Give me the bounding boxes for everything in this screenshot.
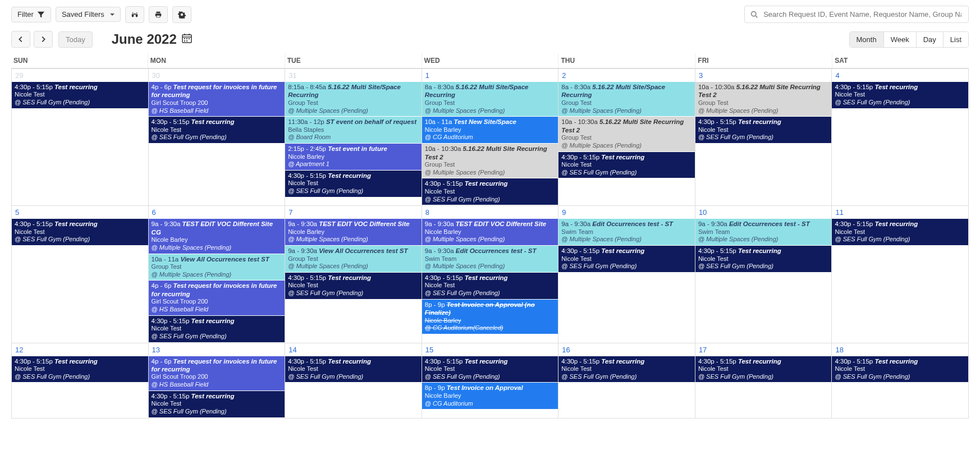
calendar-event[interactable]: 4:30p - 5:15p Test recurringNicole Test@… — [832, 219, 968, 245]
calendar-day[interactable]: 310a - 10:30a 5.16.22 Multi Site Recurri… — [695, 69, 832, 205]
view-week[interactable]: Week — [883, 32, 916, 47]
calendar-event[interactable]: 9a - 9:30a Edit Occurrences test - STSwi… — [695, 219, 832, 245]
settings-button[interactable] — [172, 6, 191, 23]
event-time: 9a - 9:30a — [425, 220, 454, 227]
calendar-event[interactable]: 10a - 10:30a 5.16.22 Multi Site Recurrin… — [558, 117, 695, 151]
calendar-event[interactable]: 4:30p - 5:15p Test recurringNicole Test@… — [832, 82, 968, 108]
calendar-day[interactable]: 174:30p - 5:15p Test recurringNicole Tes… — [695, 343, 832, 418]
event-group: Nicole Test — [425, 365, 556, 373]
calendar-event[interactable]: 4p - 6p Test request for invoices in fut… — [149, 356, 285, 390]
calendar-event[interactable]: 4:30p - 5:15p Test recurringNicole Test@… — [422, 178, 558, 205]
calendar-day[interactable]: 69a - 9:30a TEST EDIT VOC Different Site… — [149, 206, 286, 342]
calendar-event[interactable]: 4:30p - 5:15p Test recurringNicole Test@… — [12, 82, 148, 108]
filter-button[interactable]: Filter — [11, 7, 51, 22]
calendar-day[interactable]: 79a - 9:30a TEST EDIT VOC Different Site… — [285, 206, 422, 342]
event-location: @ Multiple Spaces (Pending) — [288, 236, 419, 243]
day-header-tue: TUE — [285, 53, 422, 68]
event-time: 4:30p - 5:15p — [152, 393, 190, 399]
event-time: 10a - 10:30a — [698, 84, 735, 90]
event-location: @ SES Full Gym (Pending) — [288, 289, 419, 297]
search-input[interactable] — [762, 10, 963, 19]
calendar-day[interactable]: 109a - 9:30a Edit Occurrences test - STS… — [695, 206, 832, 342]
calendar-day[interactable]: 28a - 8:30a 5.16.22 Multi Site/Space Rec… — [558, 69, 695, 205]
calendar-day[interactable]: 18a - 8:30a 5.16.22 Multi Site/Space Rec… — [422, 69, 559, 205]
calendar-event[interactable]: 8a - 8:30a 5.16.22 Multi Site/Space Recu… — [422, 82, 558, 116]
calendar-event[interactable]: 4:30p - 5:15p Test recurringNicole Test@… — [285, 356, 422, 383]
calendar-day[interactable]: 54:30p - 5:15p Test recurringNicole Test… — [12, 206, 149, 342]
calendar-event[interactable]: 4:30p - 5:15p Test recurringNicole Test@… — [558, 356, 695, 383]
calendar-week: 54:30p - 5:15p Test recurringNicole Test… — [12, 205, 968, 342]
calendar-event[interactable]: 9a - 9:30a TEST EDIT VOC Different Site … — [149, 219, 285, 253]
event-title: Test recurring — [874, 220, 918, 227]
calendar-day[interactable]: 318:15a - 8:45a 5.16.22 Multi Site/Space… — [285, 69, 422, 205]
calendar-event[interactable]: 10a - 11a Test New Site/SpaceNicole Barl… — [422, 117, 558, 143]
calendar-event[interactable]: 9a - 9:30a Edit Occurrences test - STSwi… — [558, 219, 695, 245]
calendar-event[interactable]: 4:30p - 5:15p Test recurringNicole Test@… — [12, 356, 148, 383]
event-time: 9a - 9:30a — [698, 220, 727, 227]
calendar-event[interactable]: 11:30a - 12p ST event on behalf of reque… — [285, 117, 422, 143]
calendar-event[interactable]: 4:30p - 5:15p Test recurringNicole Test@… — [558, 152, 695, 178]
calendar-event[interactable]: 8p - 9p Test Invoice on ApprovalNicole B… — [422, 383, 558, 409]
calendar-event[interactable]: 4:30p - 5:15p Test recurringNicole Test@… — [285, 171, 422, 197]
calendar-day[interactable]: 44:30p - 5:15p Test recurringNicole Test… — [832, 69, 968, 205]
calendar-event[interactable]: 8p - 9p Test Invoice on Approval (no Fin… — [422, 300, 558, 334]
binoculars-button[interactable] — [125, 6, 144, 23]
calendar-day[interactable]: 144:30p - 5:15p Test recurringNicole Tes… — [285, 343, 422, 418]
event-title: Test recurring — [601, 154, 644, 160]
gear-icon — [178, 11, 186, 19]
calendar-event[interactable]: 4:30p - 5:15p Test recurringNicole Test@… — [695, 246, 832, 272]
view-list[interactable]: List — [943, 32, 968, 47]
event-time: 4:30p - 5:15p — [288, 274, 326, 281]
calendar-event[interactable]: 9a - 9:30a TEST EDIT VOC Different SiteN… — [422, 219, 558, 245]
day-header-fri: FRI — [695, 53, 832, 68]
calendar-event[interactable]: 4:30p - 5:15p Test recurringNicole Test@… — [149, 316, 285, 342]
calendar-event[interactable]: 9a - 9:30a TEST EDIT VOC Different SiteN… — [285, 219, 422, 245]
event-location: @ SES Full Gym (Pending) — [15, 99, 145, 107]
print-button[interactable] — [149, 6, 168, 23]
calendar-event[interactable]: 8:15a - 8:45a 5.16.22 Multi Site/Space R… — [285, 82, 422, 116]
calendar-event[interactable]: 9a - 9:30a View All Occurrences test STG… — [285, 246, 422, 272]
calendar-event[interactable]: 10a - 10:30a 5.16.22 Multi Site Recurrin… — [695, 82, 832, 116]
event-time: 10a - 10:30a — [425, 145, 461, 152]
next-button[interactable] — [34, 31, 53, 48]
calendar-day[interactable]: 154:30p - 5:15p Test recurringNicole Tes… — [422, 343, 559, 418]
calendar-event[interactable]: 10a - 10:30a 5.16.22 Multi Site Recurrin… — [422, 144, 558, 178]
calendar-event[interactable]: 4:30p - 5:15p Test recurringNicole Test@… — [12, 219, 148, 245]
view-day[interactable]: Day — [916, 32, 943, 47]
calendar-event[interactable]: 4:30p - 5:15p Test recurringNicole Test@… — [558, 246, 695, 272]
event-group: Bella Staples — [288, 126, 419, 134]
saved-filters-button[interactable]: Saved Filters — [56, 7, 121, 22]
calendar-event[interactable]: 9a - 9:30a Edit Occurrences test - STSwi… — [422, 246, 558, 272]
calendar-day[interactable]: 134p - 6p Test request for invoices in f… — [149, 343, 286, 418]
view-month[interactable]: Month — [850, 32, 883, 47]
calendar-event[interactable]: 10a - 11a View All Occurrences test STGr… — [149, 254, 285, 281]
prev-button[interactable] — [11, 31, 30, 48]
calendar-event[interactable]: 4:30p - 5:15p Test recurringNicole Test@… — [149, 391, 285, 417]
calendar-event[interactable]: 4:30p - 5:15p Test recurringNicole Test@… — [149, 117, 285, 143]
today-button[interactable]: Today — [58, 31, 93, 48]
calendar-day[interactable]: 124:30p - 5:15p Test recurringNicole Tes… — [12, 343, 149, 418]
calendar-event[interactable]: 4:30p - 5:15p Test recurringNicole Test@… — [285, 273, 422, 299]
calendar-day[interactable]: 184:30p - 5:15p Test recurringNicole Tes… — [832, 343, 968, 418]
event-group: Nicole Test — [15, 91, 145, 99]
calendar-day[interactable]: 164:30p - 5:15p Test recurringNicole Tes… — [558, 343, 695, 418]
search-box[interactable] — [744, 6, 969, 23]
calendar-day[interactable]: 99a - 9:30a Edit Occurrences test - STSw… — [558, 206, 695, 342]
event-group: Group Test — [561, 99, 692, 107]
calendar-event[interactable]: 4p - 6p Test request for invoices in fut… — [149, 281, 285, 315]
calendar-event[interactable]: 8a - 8:30a 5.16.22 Multi Site/Space Recu… — [558, 82, 695, 116]
calendar-event[interactable]: 4p - 6p Test request for invoices in fut… — [149, 82, 285, 116]
event-time: 9a - 9:30a — [288, 220, 317, 227]
calendar-event[interactable]: 2:15p - 2:45p Test event in futureNicole… — [285, 144, 422, 170]
calendar-day[interactable]: 89a - 9:30a TEST EDIT VOC Different Site… — [422, 206, 559, 342]
calendar-event[interactable]: 4:30p - 5:15p Test recurringNicole Test@… — [695, 356, 832, 383]
calendar-event[interactable]: 4:30p - 5:15p Test recurringNicole Test@… — [695, 117, 832, 143]
calendar-event[interactable]: 4:30p - 5:15p Test recurringNicole Test@… — [832, 356, 968, 383]
calendar-event[interactable]: 4:30p - 5:15p Test recurringNicole Test@… — [422, 356, 558, 383]
calendar-day[interactable]: 294:30p - 5:15p Test recurringNicole Tes… — [12, 69, 149, 205]
calendar-day[interactable]: 304p - 6p Test request for invoices in f… — [149, 69, 286, 205]
day-number: 7 — [285, 206, 422, 219]
day-header-sat: SAT — [832, 53, 969, 68]
calendar-event[interactable]: 4:30p - 5:15p Test recurringNicole Test@… — [422, 273, 558, 299]
calendar-day[interactable]: 114:30p - 5:15p Test recurringNicole Tes… — [832, 206, 968, 342]
